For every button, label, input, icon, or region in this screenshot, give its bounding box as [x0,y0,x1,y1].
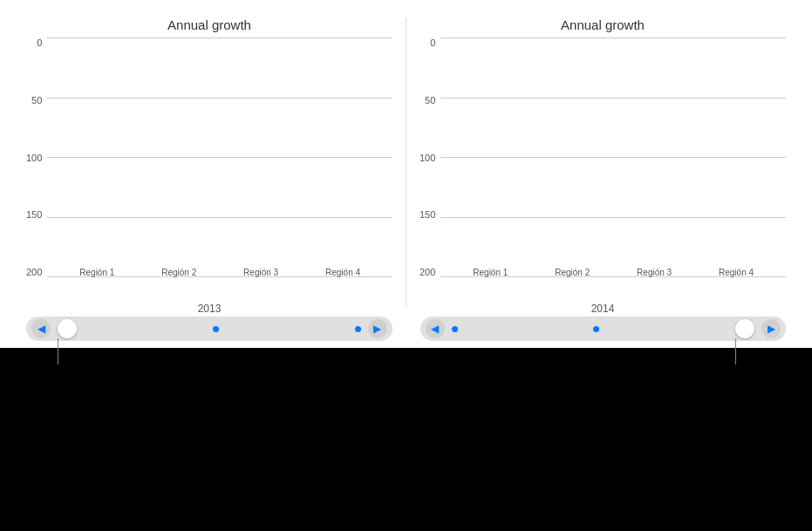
bar2-group-2: Región 2 [554,264,590,277]
chart2-year: 2014 [591,303,615,315]
black-bottom [0,348,812,531]
bar2-group-1: Región 1 [472,264,508,277]
bar2-group-3: Región 3 [636,264,672,277]
bar-label-region4: Región 4 [325,268,360,277]
scrubber1: ◀ ▶ [26,317,392,341]
bar2-label-region4: Región 4 [719,268,754,277]
scrubber1-dot1 [213,326,219,332]
y-label-0: 0 [37,37,42,48]
bar2-label-region1: Región 1 [473,268,508,277]
scrubber2-dot2 [593,326,599,332]
bar-group-2: Región 2 [160,264,197,277]
bar2-label-region3: Región 3 [637,268,672,277]
chart2-container: Annual growth 200 150 100 50 0 [411,9,795,315]
bar-group-1: Región 1 [78,264,115,277]
chart1-y-axis: 200 150 100 50 0 [26,37,47,299]
bar2-group-4: Región 4 [718,264,754,277]
bar2-label-region2: Región 2 [555,268,590,277]
bar-label-region2: Región 2 [161,268,196,277]
chart1-container: Annual growth 200 150 100 50 0 [17,9,401,315]
chart2-y-axis: 200 150 100 50 0 [420,37,440,299]
chart-divider [406,17,406,306]
chart2-bars: Región 1 Región 2 Región 3 Región 4 [440,37,786,277]
scrubber2-connector [735,338,736,364]
y-label-200: 200 [26,267,42,277]
chart1-bars: Región 1 Región 2 Región 3 Región 4 [47,37,392,277]
scrubber2-left-btn[interactable]: ◀ [426,319,445,338]
chart1-title: Annual growth [167,17,251,32]
y2-label-50: 50 [425,95,435,106]
bar-group-4: Región 4 [324,264,361,277]
scrubber1-thumb[interactable] [58,319,77,338]
scrubber1-connector [58,338,58,364]
y-label-50: 50 [31,95,42,106]
scrubber2-thumb[interactable] [735,319,754,338]
chart2-body: Región 1 Región 2 Región 3 Región 4 [440,37,786,299]
y-label-100: 100 [26,153,42,163]
y2-label-0: 0 [430,37,435,48]
scrubber1-dot2 [355,326,361,332]
scrubber1-left-btn[interactable]: ◀ [31,319,51,338]
scrubber2-right-btn[interactable]: ▶ [761,319,781,338]
scrubber2: ◀ ▶ [420,317,787,341]
chart1-body: Región 1 Región 2 Región 3 Región 4 [47,37,392,299]
chart2-wrapper: 200 150 100 50 0 Región 1 [420,37,786,299]
bar-label-region1: Región 1 [79,268,114,277]
y-label-150: 150 [26,209,42,220]
scrubber2-track [445,319,762,338]
y2-label-100: 100 [420,153,435,163]
bar-group-3: Región 3 [242,264,279,277]
y2-label-150: 150 [420,209,435,220]
scrubber1-container: ◀ ▶ [17,317,401,341]
scrubber1-right-btn[interactable]: ▶ [368,319,387,338]
scrubber2-container: ◀ ▶ [412,317,795,341]
y2-label-200: 200 [420,267,435,277]
chart2-title: Annual growth [561,17,645,32]
scrubber1-track [51,319,368,338]
scrubber2-dot1 [452,326,458,332]
bar-label-region3: Región 3 [243,268,278,277]
chart1-wrapper: 200 150 100 50 0 Región 1 [26,37,392,299]
chart1-year: 2013 [198,303,222,315]
